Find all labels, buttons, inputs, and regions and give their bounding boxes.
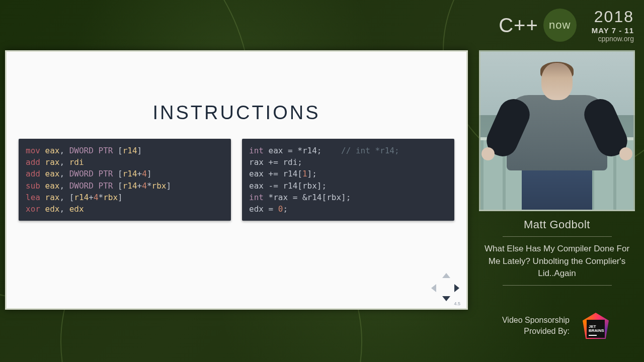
speaker-sidebar: Matt Godbolt What Else Has My Compiler D…	[479, 50, 635, 342]
code-row: mov eax, DWORD PTR [r14] add rax, rdi ad…	[7, 139, 466, 221]
speaker-name: Matt Godbolt	[524, 218, 590, 231]
conference-header: C++ now 2018 MAY 7 - 11 cppnow.org	[0, 5, 634, 45]
slide-title: INSTRUCTIONS	[153, 102, 320, 124]
sponsor-block: Video Sponsorship Provided By: JET BRAIN…	[479, 310, 635, 342]
logo-text-now: now	[543, 9, 577, 42]
conference-year: 2018	[592, 8, 634, 26]
nav-left-icon[interactable]	[431, 284, 436, 292]
jetbrains-logo-icon: JET BRAINS	[580, 310, 612, 342]
sponsor-label: Video Sponsorship Provided By:	[502, 315, 570, 336]
divider	[503, 236, 612, 237]
sponsor-line-1: Video Sponsorship	[502, 315, 570, 326]
jetbrains-text-2: BRAINS	[589, 329, 604, 333]
slide-nav: 4.5	[431, 273, 459, 301]
conference-logo: C++ now	[499, 9, 577, 42]
nav-right-icon[interactable]	[454, 284, 459, 292]
speaker-figure	[502, 63, 612, 211]
slide-index: 4.5	[454, 301, 460, 306]
conference-date-range: MAY 7 - 11	[592, 26, 634, 35]
assembly-code-block: mov eax, DWORD PTR [r14] add rax, rdi ad…	[19, 139, 231, 221]
divider	[503, 285, 612, 286]
conference-url: cppnow.org	[592, 35, 634, 43]
logo-text-cpp: C++	[499, 14, 538, 37]
speaker-video-feed	[479, 50, 635, 211]
talk-title: What Else Has My Compiler Done For Me La…	[479, 243, 635, 280]
c-equivalent-code-block: int eax = *r14; // int *r14; rax += rdi;…	[242, 139, 454, 221]
presentation-slide: INSTRUCTIONS mov eax, DWORD PTR [r14] ad…	[5, 50, 468, 310]
nav-down-icon[interactable]	[442, 296, 450, 301]
sponsor-line-2: Provided By:	[502, 326, 570, 337]
conference-date-block: 2018 MAY 7 - 11 cppnow.org	[592, 8, 634, 43]
nav-up-icon[interactable]	[442, 273, 450, 278]
